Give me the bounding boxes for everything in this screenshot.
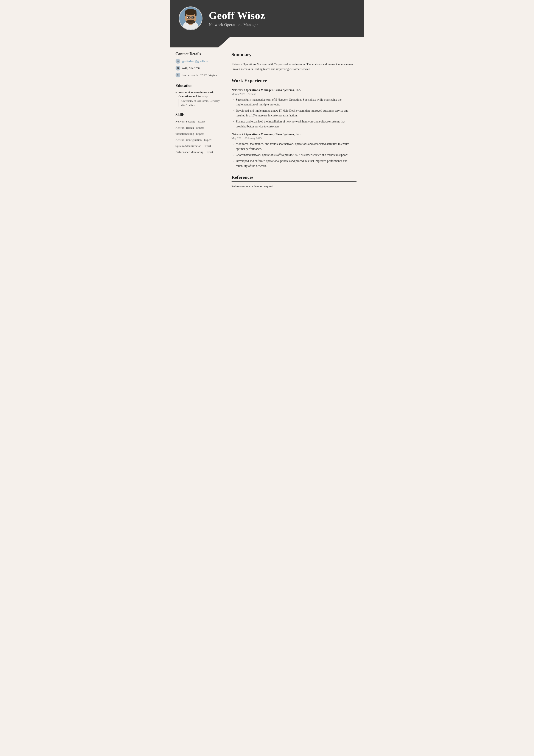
contact-address-item: ◎ North Gisselle, 97022, Virginia <box>176 73 221 77</box>
location-icon: ◎ <box>176 73 180 77</box>
education-school: University of California, Berkeley <box>181 99 221 103</box>
avatar-container <box>179 7 202 30</box>
list-item: Monitored, maintained, and troubleshot n… <box>236 142 357 151</box>
header-title: Network Operations Manager <box>209 23 355 27</box>
education-section-title: Education <box>176 83 221 88</box>
skill-item: Troubleshooting - Expert <box>176 132 221 136</box>
skill-item: Network Design - Expert <box>176 126 221 130</box>
references-text: References available upon request <box>232 185 357 188</box>
references-section: References References available upon req… <box>232 175 357 188</box>
summary-section: Summary Network Operations Manager with … <box>232 52 357 72</box>
summary-title: Summary <box>232 52 357 59</box>
contact-section: Contact Details ✉ geoffwisoz@gmail.com ☎… <box>176 52 221 77</box>
contact-phone-item: ☎ (446) 914 3250 <box>176 66 221 70</box>
svg-point-10 <box>188 17 189 18</box>
contact-section-title: Contact Details <box>176 52 221 56</box>
chevron-decoration <box>170 37 364 47</box>
list-item: Developed and enforced operational polic… <box>236 159 357 168</box>
svg-point-11 <box>192 17 194 18</box>
work-experience-section: Work Experience Network Operations Manag… <box>232 78 357 168</box>
header: Geoff Wisoz Network Operations Manager <box>170 0 364 37</box>
skills-section: Skills Network Security - ExpertNetwork … <box>176 113 221 154</box>
skills-list: Network Security - ExpertNetwork Design … <box>176 120 221 154</box>
list-item: Successfully managed a team of 5 Network… <box>236 97 357 107</box>
skill-item: Network Security - Expert <box>176 120 221 123</box>
svg-rect-6 <box>195 12 196 16</box>
avatar <box>179 7 202 30</box>
main-content: Summary Network Operations Manager with … <box>226 47 364 203</box>
education-item: Master of Science in Network Operations … <box>176 91 221 107</box>
work-experience-title: Work Experience <box>232 78 357 85</box>
summary-text: Network Operations Manager with 7+ years… <box>232 62 357 72</box>
svg-point-15 <box>190 18 191 20</box>
svg-point-4 <box>185 9 196 15</box>
contact-email-item: ✉ geoffwisoz@gmail.com <box>176 59 221 64</box>
job-bullets: Monitored, maintained, and troubleshot n… <box>232 142 357 168</box>
job-dates: March 2023 - Present <box>232 92 357 96</box>
skill-item: System Administration - Expert <box>176 144 221 148</box>
jobs-list: Network Operations Manager, Cisco System… <box>232 88 357 168</box>
job-entry: Network Operations Manager, Cisco System… <box>232 132 357 168</box>
header-info: Geoff Wisoz Network Operations Manager <box>209 10 355 27</box>
job-title: Network Operations Manager, Cisco System… <box>232 132 357 136</box>
email-icon: ✉ <box>176 59 180 64</box>
address-text: North Gisselle, 97022, Virginia <box>183 73 217 77</box>
list-item: Developed and implemented a new IT Help … <box>236 108 357 118</box>
job-title: Network Operations Manager, Cisco System… <box>232 88 357 92</box>
list-item: Coordinated network operations staff to … <box>236 153 357 157</box>
education-degree: Master of Science in Network Operations … <box>179 91 221 98</box>
skill-item: Performance Monitoring - Expert <box>176 150 221 154</box>
references-title: References <box>232 175 357 182</box>
email-link[interactable]: geoffwisoz@gmail.com <box>183 60 209 63</box>
svg-rect-5 <box>185 12 186 16</box>
skills-section-title: Skills <box>176 113 221 117</box>
job-bullets: Successfully managed a team of 5 Network… <box>232 97 357 129</box>
education-section: Education Master of Science in Network O… <box>176 83 221 107</box>
phone-text: (446) 914 3250 <box>183 67 200 70</box>
job-dates: May 2021 - February 2023 <box>232 137 357 140</box>
skill-item: Network Configuration - Expert <box>176 138 221 142</box>
list-item: Planned and organized the installation o… <box>236 119 357 129</box>
education-years: 2017 - 2021 <box>181 103 221 107</box>
svg-point-7 <box>186 20 195 24</box>
sidebar: Contact Details ✉ geoffwisoz@gmail.com ☎… <box>170 47 226 169</box>
header-name: Geoff Wisoz <box>209 10 355 21</box>
job-entry: Network Operations Manager, Cisco System… <box>232 88 357 129</box>
education-border: University of California, Berkeley 2017 … <box>179 99 221 107</box>
main-layout: Contact Details ✉ geoffwisoz@gmail.com ☎… <box>170 47 364 203</box>
resume-wrapper: Geoff Wisoz Network Operations Manager C… <box>170 0 364 203</box>
phone-icon: ☎ <box>176 66 180 70</box>
